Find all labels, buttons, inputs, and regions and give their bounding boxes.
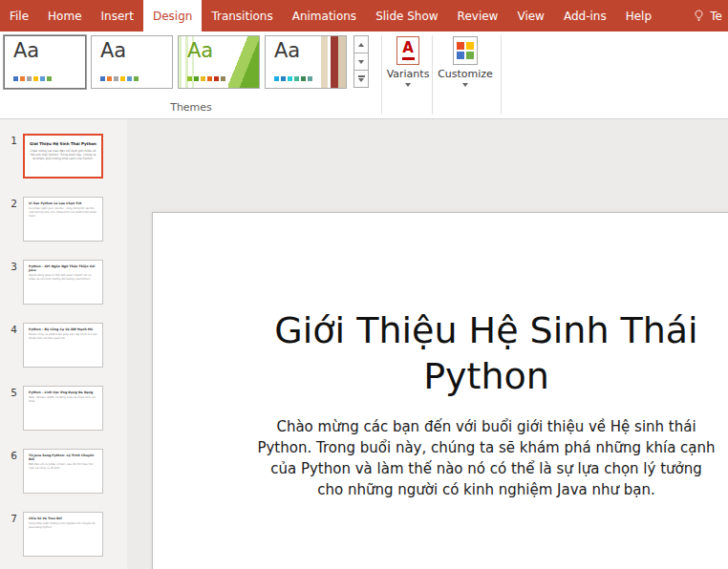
workspace: 1 Giới Thiệu Hệ Sinh Thái Python Chào mừ… [0, 119, 728, 569]
tab-transitions[interactable]: Transitions [202, 0, 282, 32]
slide-thumbnail[interactable]: Giới Thiệu Hệ Sinh Thái Python Chào mừng… [23, 134, 103, 179]
dropdown-arrow-icon [405, 83, 411, 87]
ribbon-group-separator [381, 35, 382, 115]
tab-design[interactable]: Design [143, 0, 202, 32]
tab-review[interactable]: Review [448, 0, 508, 32]
tab-file[interactable]: File [0, 0, 38, 32]
slide-canvas-area: Giới Thiệu Hệ Sinh Thái Python Chào mừng… [127, 119, 728, 569]
gallery-more-button[interactable] [353, 70, 369, 88]
slide-thumbnail[interactable]: Python – Lĩnh Vực Ứng Dụng Đa Dạng Web, … [23, 386, 103, 431]
slide-row-1: 1 Giới Thiệu Hệ Sinh Thái Python Chào mừ… [0, 134, 127, 179]
slide-number: 3 [0, 260, 23, 305]
tab-view[interactable]: View [507, 0, 553, 32]
variants-button[interactable]: A Variants [386, 36, 430, 115]
thumbnail-title-text: Vì Sao Python Là Lựa Chọn Tốt [29, 201, 97, 205]
theme-thumbnail-1[interactable]: Aa [4, 35, 86, 89]
tab-slide-show[interactable]: Slide Show [366, 0, 447, 32]
customize-label: Customize [438, 68, 493, 80]
slide-row-6: 6 Từ Java Sang Python: Lộ Trình Chuyển Đ… [0, 449, 127, 494]
theme-thumbnail-3[interactable]: Aa [178, 35, 260, 89]
gallery-scroll-down-button[interactable] [353, 53, 369, 71]
thumbnail-body-text: Người dùng Java có thể làm quen nhanh vớ… [29, 274, 97, 282]
thumbnail-body-text: Chào mừng các bạn đến với buổi giới thiệ… [30, 149, 96, 160]
thumbnail-title-text: Chia Sẻ Và Trao Đổi [29, 516, 97, 520]
gallery-more-icon [358, 75, 365, 77]
thumbnail-title-text: Python – Bộ Công Cụ Và IDE Mạnh Mẽ [29, 327, 97, 331]
thumbnail-body-text: Bắt đầu với cú pháp cơ bản, sau đó tìm h… [29, 463, 97, 471]
facet-leaf-decoration [228, 36, 259, 88]
slide-row-4: 4 Python – Bộ Công Cụ Và IDE Mạnh Mẽ Nhi… [0, 323, 127, 368]
theme-sample-text: Aa [187, 41, 213, 61]
slide-body-text[interactable]: Chào mừng các bạn đến với buổi giới thiệ… [256, 416, 717, 500]
thumbnail-title-text: Python – API Ngôn Ngữ Thân Thiện Với Jav… [29, 264, 97, 272]
chevron-down-icon [358, 60, 364, 64]
slide-thumbnail[interactable]: Chia Sẻ Và Trao Đổi Cùng thảo luận những… [23, 512, 103, 557]
customize-icon [453, 36, 478, 65]
theme-sample-text: Aa [100, 41, 126, 61]
slide-number: 7 [0, 512, 23, 557]
thumbnail-title-text: Python – Lĩnh Vực Ứng Dụng Đa Dạng [29, 390, 97, 394]
ribbon-group-separator [501, 35, 502, 115]
ribbon-design: Aa Aa Aa Aa [0, 32, 728, 119]
powerpoint-window: File Home Insert Design Transitions Anim… [0, 0, 728, 569]
ribbon-tab-bar: File Home Insert Design Transitions Anim… [0, 0, 728, 32]
tab-animations[interactable]: Animations [283, 0, 366, 32]
slide-number: 5 [0, 386, 23, 431]
thumbnail-body-text: Cùng thảo luận những kinh nghiệm khi chu… [29, 522, 97, 530]
slide-canvas[interactable]: Giới Thiệu Hệ Sinh Thái Python Chào mừng… [152, 212, 728, 569]
slide-thumbnail[interactable]: Vì Sao Python Là Lựa Chọn Tốt Cú pháp ng… [23, 197, 103, 242]
customize-button[interactable]: Customize [436, 36, 495, 115]
themes-gallery: Aa Aa Aa Aa [4, 35, 378, 89]
ribbon-group-separator [432, 35, 433, 115]
themes-group-label: Themes [4, 101, 378, 114]
variants-icon: A [396, 36, 419, 65]
thumbnail-body-text: Cú pháp ngắn gọn, dễ đọc, cộng đồng lớn … [29, 207, 97, 218]
tell-me-box[interactable]: Te [691, 0, 728, 32]
variants-icon-underline [402, 57, 415, 60]
lightbulb-icon [693, 10, 705, 22]
thumbnail-body-text: Web, dữ liệu, AI/ML, tự động hóa và nhiề… [29, 396, 97, 404]
gallery-scroll-up-button[interactable] [353, 35, 369, 53]
variants-label: Variants [387, 68, 430, 80]
slide-number: 4 [0, 323, 23, 368]
slide-thumbnail[interactable]: Từ Java Sang Python: Lộ Trình Chuyển Đổi… [23, 449, 103, 494]
theme-thumbnail-4[interactable]: Aa [265, 35, 347, 89]
gallery-scroll-buttons [353, 35, 369, 88]
theme-sample-text: Aa [274, 41, 300, 61]
tab-help[interactable]: Help [616, 0, 661, 32]
slide-row-2: 2 Vì Sao Python Là Lựa Chọn Tốt Cú pháp … [0, 197, 127, 242]
thumbnail-body-text: Nhiều công cụ phát triển giúp việc lập t… [29, 333, 97, 341]
slide-number: 6 [0, 449, 23, 494]
thumbnail-title-text: Giới Thiệu Hệ Sinh Thái Python [30, 141, 96, 147]
chevron-up-icon [358, 43, 364, 47]
themes-group: Aa Aa Aa Aa [4, 35, 378, 116]
tab-home[interactable]: Home [38, 0, 91, 32]
slide-thumbnail-panel[interactable]: 1 Giới Thiệu Hệ Sinh Thái Python Chào mừ… [0, 119, 127, 569]
theme-thumbnail-2[interactable]: Aa [91, 35, 173, 89]
theme-palette-icon [274, 76, 312, 81]
theme-sample-text: Aa [13, 41, 39, 61]
theme-palette-icon [100, 76, 139, 81]
theme-palette-icon [13, 76, 52, 81]
theme-palette-icon [187, 76, 225, 81]
chevron-down-icon [358, 78, 364, 82]
slide-title[interactable]: Giới Thiệu Hệ Sinh Thái Python [233, 308, 728, 399]
tab-add-ins[interactable]: Add-ins [554, 0, 616, 32]
thumbnail-title-text: Từ Java Sang Python: Lộ Trình Chuyển Đổi [29, 453, 97, 461]
tab-insert[interactable]: Insert [92, 0, 143, 32]
slide-thumbnail[interactable]: Python – API Ngôn Ngữ Thân Thiện Với Jav… [23, 260, 103, 305]
slide-row-3: 3 Python – API Ngôn Ngữ Thân Thiện Với J… [0, 260, 127, 305]
tell-me-label: Te [710, 10, 722, 23]
slide-thumbnail[interactable]: Python – Bộ Công Cụ Và IDE Mạnh Mẽ Nhiều… [23, 323, 103, 368]
slide-number: 2 [0, 197, 23, 242]
dropdown-arrow-icon [462, 83, 468, 87]
slide-row-7: 7 Chia Sẻ Và Trao Đổi Cùng thảo luận nhữ… [0, 512, 127, 557]
slide-number: 1 [0, 134, 23, 179]
slide-row-5: 5 Python – Lĩnh Vực Ứng Dụng Đa Dạng Web… [0, 386, 127, 431]
variants-icon-letter: A [402, 41, 414, 55]
integral-band-decoration [321, 36, 346, 88]
